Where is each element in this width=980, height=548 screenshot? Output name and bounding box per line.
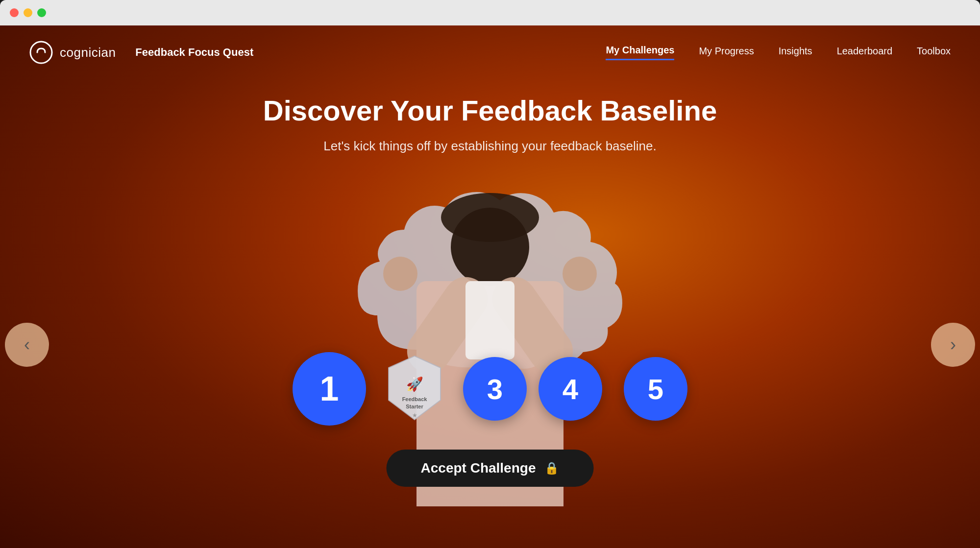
feedback-starter-badge[interactable]: 🚀 Feedback Starter ★ <box>378 350 451 428</box>
challenge-circle-5[interactable]: 5 <box>624 357 687 421</box>
hero-subtitle: Let's kick things off by establishing yo… <box>323 139 656 154</box>
nav-link-my-progress[interactable]: My Progress <box>699 46 754 60</box>
main-content: Discover Your Feedback Baseline Let's ki… <box>0 79 980 173</box>
challenge-circle-4[interactable]: 4 <box>539 357 602 421</box>
navbar: cognician Feedback Focus Quest My Challe… <box>0 25 980 79</box>
person-hand-right <box>563 257 597 291</box>
traffic-light-close[interactable] <box>10 8 19 17</box>
challenge-circle-1[interactable]: 1 <box>293 352 366 426</box>
person-hair <box>441 193 539 242</box>
nav-links: My Challenges My Progress Insights Leade… <box>606 45 951 60</box>
badge-svg: 🚀 Feedback Starter ★ <box>383 352 446 426</box>
svg-text:Starter: Starter <box>406 404 423 409</box>
nav-link-leaderboard[interactable]: Leaderboard <box>837 46 892 60</box>
next-arrow-icon: › <box>950 334 956 355</box>
challenge-3-number: 3 <box>487 373 503 405</box>
hero-title: Discover Your Feedback Baseline <box>263 94 717 127</box>
nav-link-insights[interactable]: Insights <box>779 46 812 60</box>
nav-link-toolbox[interactable]: Toolbox <box>917 46 951 60</box>
app-container: cognician Feedback Focus Quest My Challe… <box>0 25 980 548</box>
scene-container: ‹ <box>0 173 980 516</box>
accept-challenge-label: Accept Challenge <box>421 460 536 476</box>
svg-text:🚀: 🚀 <box>406 376 423 392</box>
logo-area: cognician <box>29 41 116 64</box>
window-chrome <box>0 0 980 25</box>
svg-text:Feedback: Feedback <box>402 396 428 402</box>
challenge-1-number: 1 <box>320 369 339 408</box>
person-hand-left <box>383 257 417 291</box>
nav-link-my-challenges[interactable]: My Challenges <box>606 45 674 60</box>
accept-challenge-container: Accept Challenge 🔒 <box>387 450 594 487</box>
logo-text: cognician <box>60 45 116 60</box>
lock-icon: 🔒 <box>544 461 559 475</box>
person-shirt-collar <box>466 281 514 359</box>
svg-point-0 <box>30 42 52 63</box>
challenge-circles-row: 1 🚀 Feedback Starter ★ 3 <box>293 350 687 428</box>
accept-challenge-button[interactable]: Accept Challenge 🔒 <box>387 450 594 487</box>
challenge-5-number: 5 <box>648 373 663 405</box>
prev-arrow-icon: ‹ <box>24 334 30 355</box>
challenge-circle-3[interactable]: 3 <box>463 357 527 421</box>
traffic-light-fullscreen[interactable] <box>37 8 46 17</box>
cognician-logo-icon <box>29 41 53 64</box>
app-title: Feedback Focus Quest <box>135 46 606 59</box>
prev-arrow-button[interactable]: ‹ <box>5 323 49 367</box>
next-arrow-button[interactable]: › <box>931 323 975 367</box>
svg-text:★: ★ <box>412 412 417 419</box>
traffic-light-minimize[interactable] <box>24 8 32 17</box>
challenge-4-number: 4 <box>563 373 578 405</box>
